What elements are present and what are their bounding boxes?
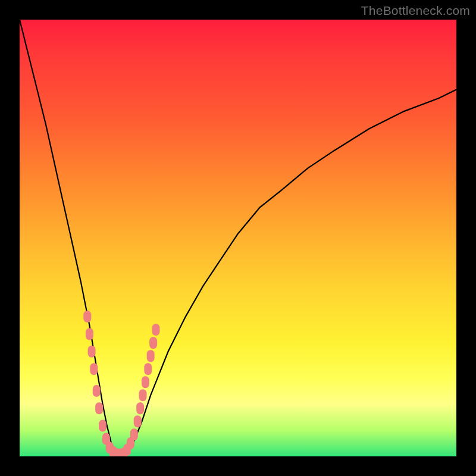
marker-point: [90, 363, 98, 375]
marker-point: [142, 376, 149, 388]
marker-point: [99, 420, 107, 432]
marker-group: [83, 311, 159, 456]
marker-point: [134, 415, 142, 427]
curve-svg: [20, 20, 456, 456]
chart-frame: TheBottleneck.com: [0, 0, 476, 476]
marker-point: [88, 346, 96, 358]
plot-area: [20, 20, 456, 456]
marker-point: [144, 363, 152, 375]
marker-point: [95, 402, 103, 414]
marker-point: [136, 402, 144, 414]
marker-point: [139, 389, 147, 401]
marker-point: [86, 328, 93, 340]
marker-point: [149, 337, 157, 349]
marker-point: [152, 324, 160, 336]
marker-point: [147, 350, 155, 362]
marker-point: [83, 311, 91, 322]
marker-point: [93, 385, 101, 397]
marker-point: [130, 428, 138, 440]
bottleneck-curve-path: [20, 20, 456, 456]
watermark-text: TheBottleneck.com: [361, 4, 470, 18]
